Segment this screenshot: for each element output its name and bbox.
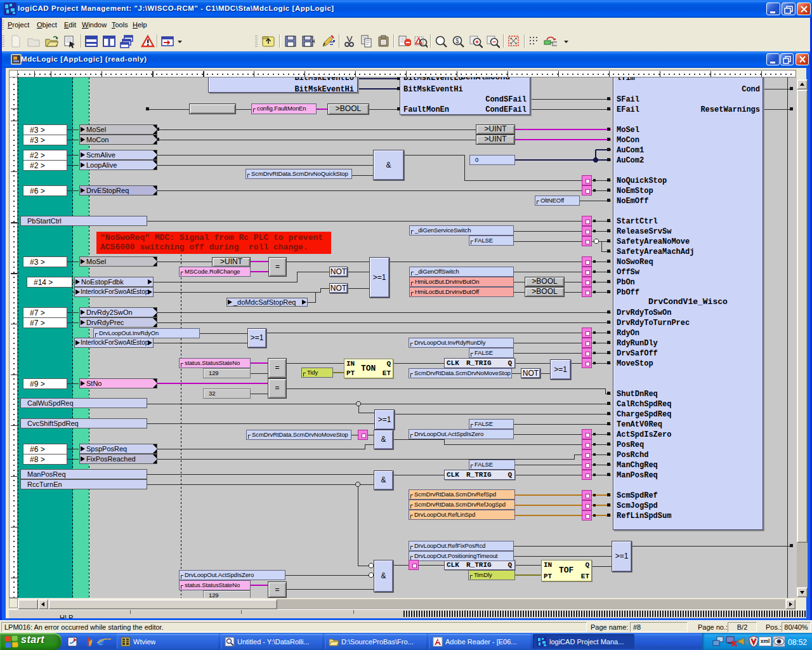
svg-text:PbOff: PbOff — [617, 288, 639, 297]
svg-text:ShutDnReq: ShutDnReq — [617, 390, 658, 399]
svg-text:PosRchd: PosRchd — [617, 451, 648, 460]
svg-text:OffSw: OffSw — [617, 268, 640, 277]
svg-text:BitMskEventLo: BitMskEventLo — [294, 77, 354, 83]
svg-text:DrvRdyToTurnPrec: DrvRdyToTurnPrec — [617, 319, 690, 328]
svg-text:MoveStop: MoveStop — [617, 359, 653, 368]
svg-text:RdyRunDly: RdyRunDly — [617, 339, 658, 348]
svg-text:lTim: lTim — [617, 77, 635, 83]
svg-text:GenAlmCond: GenAlmCond — [461, 77, 510, 82]
svg-text:RefLinSpdSum: RefLinSpdSum — [617, 512, 671, 521]
svg-text:BitMskEventLo: BitMskEventLo — [403, 77, 463, 83]
svg-text:SafetyAreaNoMove: SafetyAreaNoMove — [617, 237, 690, 246]
svg-text:ReleaseSrvSw: ReleaseSrvSw — [617, 227, 672, 236]
svg-text:FaultMonEn: FaultMonEn — [403, 105, 449, 114]
svg-text:ActSpdIsZero: ActSpdIsZero — [617, 430, 671, 439]
svg-text:StartCtrl: StartCtrl — [617, 217, 658, 226]
svg-text:ScmSpdRef: ScmSpdRef — [617, 491, 658, 500]
svg-text:BitMskEventHi: BitMskEventHi — [403, 85, 463, 94]
svg-text:EFail: EFail — [617, 105, 639, 114]
svg-text:MoCon: MoCon — [617, 136, 639, 145]
svg-text:CondSFail: CondSFail — [485, 95, 527, 104]
svg-text:ScmJogSpd: ScmJogSpd — [617, 501, 658, 510]
svg-text:SafetyAreaMachAdj: SafetyAreaMachAdj — [617, 248, 694, 256]
svg-text:NoSwoReq: NoSwoReq — [617, 258, 653, 267]
svg-text:NoEmStop: NoEmStop — [617, 187, 653, 196]
svg-text:NoQuickStop: NoQuickStop — [617, 176, 667, 185]
svg-text:AuCom2: AuCom2 — [617, 156, 644, 165]
svg-text:ChargeSpdReq: ChargeSpdReq — [617, 410, 671, 419]
svg-text:ManChgReq: ManChgReq — [617, 461, 658, 470]
svg-text:DrvRdyToSwOn: DrvRdyToSwOn — [617, 308, 671, 317]
svg-text:ManPosReq: ManPosReq — [617, 471, 658, 480]
svg-text:RdyOn: RdyOn — [617, 329, 639, 338]
svg-text:AuCom1: AuCom1 — [617, 146, 644, 155]
svg-text:PosReq: PosReq — [617, 441, 644, 449]
svg-text:DrvCondV1e_Wisco: DrvCondV1e_Wisco — [648, 297, 728, 307]
svg-text:Cond: Cond — [742, 85, 760, 94]
svg-text:BitMskEventHi: BitMskEventHi — [294, 85, 354, 94]
svg-text:CalRchSpdReq: CalRchSpdReq — [617, 400, 671, 409]
svg-text:PbOn: PbOn — [617, 278, 635, 287]
svg-text:MoSel: MoSel — [617, 126, 639, 135]
svg-text:NoEmOff: NoEmOff — [617, 197, 648, 206]
svg-text:$: $ — [455, 37, 459, 44]
svg-text:CondEFail: CondEFail — [485, 105, 527, 114]
svg-text:ResetWarnings: ResetWarnings — [700, 105, 760, 114]
svg-text:TenAtV0Req: TenAtV0Req — [617, 420, 662, 429]
svg-text:SFail: SFail — [617, 95, 639, 104]
svg-text:DrvSafOff: DrvSafOff — [617, 349, 658, 358]
